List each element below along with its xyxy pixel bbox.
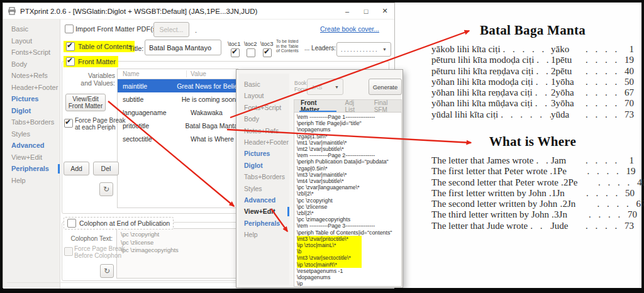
dot-leader (584, 155, 620, 166)
view-edit-front-matter-button[interactable]: View/Edit Front Matter (65, 94, 106, 111)
create-book-cover-link[interactable]: Create book cover... (320, 25, 379, 33)
titlebar[interactable]: PTXprint 2.0.6 - [WSGlatin:Diglot + WSGB… (3, 3, 394, 19)
sidebar-item[interactable]: Body (3, 58, 60, 70)
toc-title-input[interactable]: Batal Baga Mantayo (145, 40, 221, 55)
dot-leader (557, 199, 562, 209)
table-row[interactable]: maintitle Great News for Belie (118, 79, 238, 92)
sidebar-item[interactable]: Layout (239, 90, 289, 101)
sfm-editor[interactable]: \rem ----------Page 1---------------- \p… (294, 112, 402, 287)
front-matter-checkbox[interactable] (66, 57, 75, 66)
toc2-checkbox[interactable] (247, 48, 255, 57)
table-of-contents-toggle[interactable]: Table of Contents (64, 41, 135, 52)
leaders-dropdown[interactable]: . . . . . . . . . . . . ▼ (336, 42, 391, 57)
toc3-checkbox[interactable] (263, 48, 272, 57)
sidebar-item[interactable]: Notes+Refs (3, 70, 60, 82)
table-row[interactable]: subtitle He is coming soon! (118, 92, 238, 106)
toc-entry-book: 2Jn (562, 199, 595, 209)
sidebar-item-label: Peripherals (244, 219, 280, 227)
sidebar-item[interactable]: Pictures (239, 148, 289, 159)
editor-tab[interactable]: Adj List (345, 100, 364, 112)
sidebar-item[interactable]: Layout (3, 35, 60, 47)
sidebar-item[interactable]: View+Edit (239, 206, 289, 217)
toc-entry: yūdal lihi kīta ciṭi yūda 73 (431, 109, 634, 120)
dialog-toolbar: Book in Focus: JAS ▼ Generate (293, 79, 400, 99)
table-row[interactable]: sectoctitle What is Where (118, 133, 238, 146)
toc-entry-book: yāko (551, 44, 584, 55)
colophon-checkbox[interactable] (67, 219, 76, 228)
sidebar-item[interactable]: Advanced (239, 194, 289, 206)
sidebar-item-label: Advanced (244, 196, 275, 204)
refresh-colophon-button[interactable]: ↻ (100, 264, 114, 278)
generate-button[interactable]: Generate (369, 79, 402, 95)
code-line: \pc \zvar|languagename\* (297, 184, 401, 191)
toc-entry-title: The first letter written by John (431, 188, 547, 199)
minimize-button[interactable]: – (338, 3, 357, 19)
table-row[interactable]: languagename Wakawaka (118, 106, 238, 119)
sidebar-item[interactable]: Styles (239, 183, 289, 194)
toc-entry-title: The first letter that Peter wrote (431, 166, 548, 177)
force-page-break-colophon-checkbox[interactable] (64, 247, 73, 256)
toc1-checkbox[interactable] (231, 48, 240, 57)
sidebar-item[interactable]: Styles (3, 128, 60, 140)
code-line: \periph Table of Contents|id="contents" (297, 229, 401, 236)
toc2-label: \toc2 (244, 40, 257, 47)
editor-tab[interactable]: Front Matter (301, 100, 335, 112)
sidebar-item-label: View+Edit (11, 153, 42, 161)
force-page-break-periph-label: Force Page Break at each Periph (75, 117, 126, 131)
sidebar-item[interactable]: Help (3, 175, 60, 187)
sidebar-item[interactable]: Fonts+Script (3, 47, 60, 58)
book-in-focus-dropdown[interactable]: JAS ▼ (307, 79, 343, 95)
sidebar-item[interactable]: Help (239, 229, 289, 240)
sidebar-item[interactable]: Tabs+Borders (239, 171, 289, 182)
code-line: \periph Publication Data|id="pubdata" (297, 158, 401, 165)
editor-tab[interactable]: Final SFM (374, 100, 401, 112)
sidebar-item-label: Fonts+Script (244, 104, 281, 111)
sidebar-item[interactable]: Header+Footer (3, 82, 60, 94)
close-button[interactable]: ✕ (375, 3, 394, 19)
sidebar-item[interactable]: Body (239, 113, 289, 124)
dot-leader (547, 188, 552, 199)
code-line: \zbl|2\* (297, 210, 401, 216)
sidebar-item[interactable]: Pictures (3, 93, 60, 105)
add-variable-button[interactable]: Add (64, 162, 89, 175)
select-pdf-button[interactable]: Select... (153, 22, 189, 37)
sidebar-item[interactable]: Diglot (3, 105, 60, 117)
variables-table[interactable]: Name Value maintitle Great News for Beli… (117, 69, 238, 208)
sidebar-item[interactable]: Notes+Refs (239, 125, 289, 136)
sidebar-item[interactable]: Tabs+Borders (3, 116, 60, 128)
toc-entry: The first letter that Peter wrote 1Pe 19 (431, 166, 634, 177)
delete-variable-button[interactable]: Del (93, 162, 119, 175)
sidebar-item[interactable]: Peripherals (3, 163, 60, 175)
code-line: \mt3 \zvar|sectoctitle\* (297, 255, 362, 261)
toc-entry-book: 1yōha (551, 77, 584, 87)
colophon-toggle[interactable]: Colophon at End of Publication (64, 217, 174, 229)
sidebar-item-label: Diglot (11, 107, 31, 114)
sidebar-item[interactable]: View+Edit (3, 152, 60, 163)
table-row[interactable]: pritoctitle Batal Baga Manta (118, 119, 238, 133)
code-line: \rem ----------Page 3---------------- (297, 223, 401, 229)
sidebar-item[interactable]: Advanced (3, 140, 60, 152)
sidebar-item[interactable]: Diglot (239, 160, 289, 171)
sidebar-item[interactable]: Basic (3, 23, 60, 35)
toc-entry-title: yōhan lihi kīta mūḍava ciṭi (431, 98, 533, 109)
sidebar-item[interactable]: Basic (239, 79, 289, 90)
variable-value: What is Where (187, 135, 234, 143)
toc-entry-book: 2yōha (551, 87, 584, 98)
sidebar-item-label: Pictures (11, 95, 38, 102)
colophon-text-label: Colophon Text: (67, 235, 113, 242)
tab-label: Front Matter (301, 99, 335, 113)
force-page-break-periph-checkbox[interactable] (64, 119, 73, 128)
sidebar-item[interactable]: Header+Footer (239, 136, 289, 148)
front-matter-toggle[interactable]: Front Matter (64, 56, 118, 67)
toc-left-language: Batal Baga Manta yākob lihi kīta ciṭi yā… (431, 23, 634, 120)
dot-leader (548, 166, 553, 177)
table-of-contents-label: Table of Contents (78, 43, 132, 50)
sidebar-item[interactable]: Peripherals (239, 218, 289, 229)
refresh-front-matter-button[interactable]: ↻ (99, 182, 113, 196)
import-front-matter-checkbox[interactable] (65, 25, 74, 33)
toc-entry-book: Jude (551, 221, 584, 231)
maximize-button[interactable]: □ (357, 3, 375, 19)
table-of-contents-checkbox[interactable] (66, 42, 75, 51)
sidebar-item[interactable]: Fonts+Script (239, 102, 289, 113)
toc-entry-title: The third letter written by John (431, 209, 549, 220)
